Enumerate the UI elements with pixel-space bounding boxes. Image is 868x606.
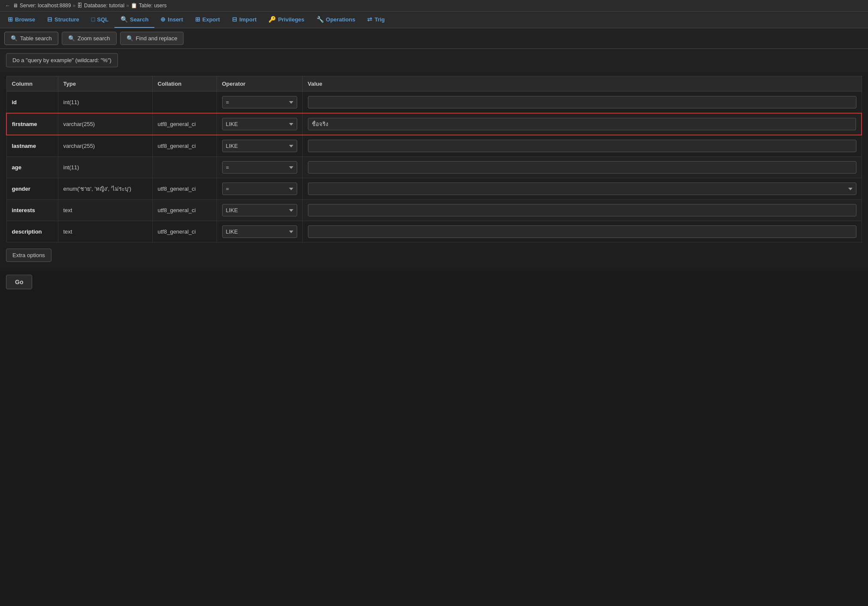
zoom-search-label: Zoom search xyxy=(78,35,110,42)
table-search-icon: 🔍 xyxy=(11,35,18,42)
value-input-description[interactable] xyxy=(308,225,856,238)
query-hint-text: Do a "query by example" (wildcard: "%") xyxy=(12,57,112,63)
cell-value-gender[interactable]: ชายหญิงไม่ระบุ xyxy=(302,178,862,200)
cell-type-lastname: varchar(255) xyxy=(58,135,152,157)
query-hint-box: Do a "query by example" (wildcard: "%") xyxy=(6,53,118,67)
cell-value-description[interactable] xyxy=(302,221,862,243)
cell-column-age: age xyxy=(6,157,58,178)
subnav-find-and-replace[interactable]: 🔍 Find and replace xyxy=(120,32,184,45)
tab-sql[interactable]: □ SQL xyxy=(85,12,115,28)
browse-icon: ⊞ xyxy=(8,16,13,23)
table-row-description: descriptiontextutf8_general_ci=!=>>=<<=L… xyxy=(6,221,862,243)
cell-column-lastname: lastname xyxy=(6,135,58,157)
browse-label: Browse xyxy=(15,16,35,23)
database-label[interactable]: Database: tutorial xyxy=(84,3,124,9)
insert-icon: ⊕ xyxy=(160,16,166,23)
operator-select-description[interactable]: =!=>>=<<=LIKENOT LIKEIS NULLIS NOT NULL xyxy=(222,225,297,238)
cell-operator-firstname[interactable]: =!=>>=<<=LIKENOT LIKEIS NULLIS NOT NULL xyxy=(217,113,302,135)
cell-collation-lastname: utf8_general_ci xyxy=(152,135,217,157)
operator-select-gender[interactable]: =!=IS NULLIS NOT NULL xyxy=(222,183,297,195)
trig-label: Trig xyxy=(374,16,385,23)
server-icon: 🖥 xyxy=(13,3,18,9)
find-and-replace-icon: 🔍 xyxy=(127,35,133,42)
structure-label: Structure xyxy=(54,16,79,23)
value-input-age[interactable] xyxy=(308,161,856,174)
table-row-age: ageint(11)=!=>>=<<=LIKENOT LIKEIS NULLIS… xyxy=(6,157,862,178)
tab-trig[interactable]: ⇄ Trig xyxy=(361,12,391,28)
operator-select-firstname[interactable]: =!=>>=<<=LIKENOT LIKEIS NULLIS NOT NULL xyxy=(222,118,297,130)
value-select-gender[interactable]: ชายหญิงไม่ระบุ xyxy=(308,183,856,195)
tab-import[interactable]: ⊟ Import xyxy=(226,12,262,28)
value-input-firstname[interactable] xyxy=(308,118,856,130)
breadcrumb-sep-1: » xyxy=(72,3,75,9)
value-input-interests[interactable] xyxy=(308,204,856,216)
value-input-id[interactable] xyxy=(308,96,856,108)
find-and-replace-label: Find and replace xyxy=(136,35,178,42)
operations-icon: 🔧 xyxy=(316,16,324,23)
table-icon: 📋 xyxy=(131,3,137,9)
privileges-icon: 🔑 xyxy=(268,16,276,23)
title-bar: ← 🖥 Server: localhost:8889 » 🗄 Database:… xyxy=(0,0,868,12)
privileges-label: Privileges xyxy=(278,16,304,23)
cell-operator-id[interactable]: =!=>>=<<=LIKENOT LIKEIS NULLIS NOT NULL xyxy=(217,92,302,114)
table-row-gender: genderenum('ชาย', 'หญิง', 'ไม่ระบุ')utf8… xyxy=(6,178,862,200)
cell-collation-interests: utf8_general_ci xyxy=(152,200,217,221)
sql-icon: □ xyxy=(91,16,95,23)
cell-type-interests: text xyxy=(58,200,152,221)
cell-column-gender: gender xyxy=(6,178,58,200)
operations-label: Operations xyxy=(326,16,356,23)
go-button[interactable]: Go xyxy=(6,275,32,289)
header-collation: Collation xyxy=(152,76,217,92)
cell-value-lastname[interactable] xyxy=(302,135,862,157)
export-icon: ⊞ xyxy=(195,16,200,23)
operator-select-age[interactable]: =!=>>=<<=LIKENOT LIKEIS NULLIS NOT NULL xyxy=(222,161,297,174)
cell-operator-interests[interactable]: =!=>>=<<=LIKENOT LIKEIS NULLIS NOT NULL xyxy=(217,200,302,221)
tab-browse[interactable]: ⊞ Browse xyxy=(2,12,41,28)
cell-type-description: text xyxy=(58,221,152,243)
table-row-firstname: firstnamevarchar(255)utf8_general_ci=!=>… xyxy=(6,113,862,135)
cell-value-firstname[interactable] xyxy=(302,113,862,135)
operator-select-lastname[interactable]: =!=>>=<<=LIKENOT LIKEIS NULLIS NOT NULL xyxy=(222,140,297,152)
tab-privileges[interactable]: 🔑 Privileges xyxy=(262,12,310,28)
cell-value-id[interactable] xyxy=(302,92,862,114)
search-table: Column Type Collation Operator Value idi… xyxy=(6,76,862,243)
tab-insert[interactable]: ⊕ Insert xyxy=(154,12,189,28)
table-row-lastname: lastnamevarchar(255)utf8_general_ci=!=>>… xyxy=(6,135,862,157)
server-label[interactable]: Server: localhost:8889 xyxy=(20,3,71,9)
cell-column-id: id xyxy=(6,92,58,114)
cell-collation-firstname: utf8_general_ci xyxy=(152,113,217,135)
cell-operator-lastname[interactable]: =!=>>=<<=LIKENOT LIKEIS NULLIS NOT NULL xyxy=(217,135,302,157)
cell-collation-age xyxy=(152,157,217,178)
table-body: idint(11)=!=>>=<<=LIKENOT LIKEIS NULLIS … xyxy=(6,92,862,243)
export-label: Export xyxy=(202,16,220,23)
extra-options-button[interactable]: Extra options xyxy=(6,249,51,262)
table-label[interactable]: Table: users xyxy=(139,3,167,9)
cell-type-id: int(11) xyxy=(58,92,152,114)
tab-search[interactable]: 🔍 Search xyxy=(115,12,154,28)
zoom-search-icon: 🔍 xyxy=(68,35,75,42)
cell-operator-description[interactable]: =!=>>=<<=LIKENOT LIKEIS NULLIS NOT NULL xyxy=(217,221,302,243)
value-input-lastname[interactable] xyxy=(308,140,856,152)
subnav-table-search[interactable]: 🔍 Table search xyxy=(4,32,58,45)
header-operator: Operator xyxy=(217,76,302,92)
cell-collation-id xyxy=(152,92,217,114)
subnav-zoom-search[interactable]: 🔍 Zoom search xyxy=(62,32,117,45)
table-row-id: idint(11)=!=>>=<<=LIKENOT LIKEIS NULLIS … xyxy=(6,92,862,114)
main-content: Column Type Collation Operator Value idi… xyxy=(0,72,868,270)
cell-value-age[interactable] xyxy=(302,157,862,178)
cell-operator-age[interactable]: =!=>>=<<=LIKENOT LIKEIS NULLIS NOT NULL xyxy=(217,157,302,178)
table-search-label: Table search xyxy=(20,35,52,42)
cell-value-interests[interactable] xyxy=(302,200,862,221)
back-button[interactable]: ← xyxy=(5,3,10,9)
tab-export[interactable]: ⊞ Export xyxy=(189,12,226,28)
structure-icon: ⊟ xyxy=(47,16,52,23)
cell-column-interests: interests xyxy=(6,200,58,221)
cell-collation-description: utf8_general_ci xyxy=(152,221,217,243)
tab-structure[interactable]: ⊟ Structure xyxy=(41,12,85,28)
operator-select-interests[interactable]: =!=>>=<<=LIKENOT LIKEIS NULLIS NOT NULL xyxy=(222,204,297,216)
trig-icon: ⇄ xyxy=(367,16,372,23)
cell-operator-gender[interactable]: =!=IS NULLIS NOT NULL xyxy=(217,178,302,200)
operator-select-id[interactable]: =!=>>=<<=LIKENOT LIKEIS NULLIS NOT NULL xyxy=(222,96,297,108)
tab-operations[interactable]: 🔧 Operations xyxy=(310,12,362,28)
breadcrumb: 🖥 Server: localhost:8889 » 🗄 Database: t… xyxy=(13,3,167,9)
